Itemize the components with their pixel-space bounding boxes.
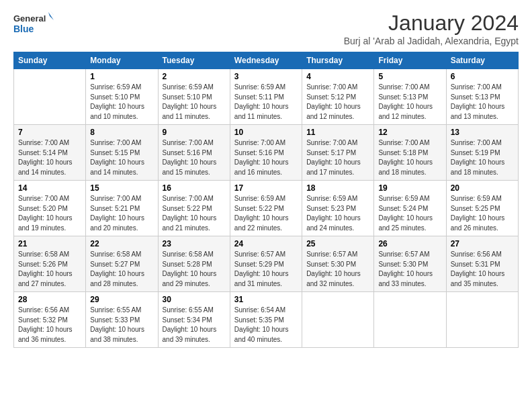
daylight-text: Daylight: 10 hours and 33 minutes.	[378, 270, 433, 287]
daylight-text: Daylight: 10 hours and 20 minutes.	[90, 214, 144, 232]
sunrise-text: Sunrise: 7:00 AM	[18, 139, 69, 146]
sunrise-text: Sunrise: 7:00 AM	[163, 139, 214, 146]
sunset-text: Sunset: 5:33 PM	[90, 316, 140, 324]
calendar-cell: 17 Sunrise: 6:59 AM Sunset: 5:22 PM Dayl…	[230, 181, 302, 236]
calendar-cell: 15 Sunrise: 7:00 AM Sunset: 5:21 PM Dayl…	[86, 181, 158, 236]
sunrise-text: Sunrise: 6:59 AM	[234, 83, 285, 91]
calendar-cell	[446, 292, 518, 348]
daylight-text: Daylight: 10 hours and 36 minutes.	[18, 326, 73, 343]
sunset-text: Sunset: 5:32 PM	[18, 316, 68, 324]
day-number: 21	[18, 239, 81, 248]
calendar-cell: 2 Sunrise: 6:59 AM Sunset: 5:10 PM Dayli…	[158, 69, 230, 125]
sunrise-text: Sunrise: 7:00 AM	[18, 195, 69, 202]
day-info: Sunrise: 7:00 AM Sunset: 5:15 PM Dayligh…	[90, 138, 153, 177]
daylight-text: Daylight: 10 hours and 31 minutes.	[234, 270, 289, 287]
calendar-cell: 14 Sunrise: 7:00 AM Sunset: 5:20 PM Dayl…	[14, 181, 86, 236]
daylight-text: Daylight: 10 hours and 39 minutes.	[163, 326, 217, 343]
sunrise-text: Sunrise: 6:59 AM	[451, 195, 502, 202]
day-number: 26	[378, 239, 441, 248]
day-info: Sunrise: 6:59 AM Sunset: 5:22 PM Dayligh…	[234, 194, 298, 233]
calendar-cell: 26 Sunrise: 6:57 AM Sunset: 5:30 PM Dayl…	[374, 236, 446, 292]
calendar-cell: 12 Sunrise: 7:00 AM Sunset: 5:18 PM Dayl…	[374, 125, 446, 181]
day-number: 5	[378, 72, 441, 81]
day-info: Sunrise: 6:55 AM Sunset: 5:33 PM Dayligh…	[90, 306, 153, 345]
sunset-text: Sunset: 5:13 PM	[378, 93, 428, 101]
calendar-cell: 28 Sunrise: 6:56 AM Sunset: 5:32 PM Dayl…	[14, 292, 86, 348]
day-info: Sunrise: 6:59 AM Sunset: 5:11 PM Dayligh…	[234, 83, 298, 122]
sunset-text: Sunset: 5:10 PM	[163, 93, 212, 101]
day-info: Sunrise: 7:00 AM Sunset: 5:16 PM Dayligh…	[163, 138, 226, 177]
sunset-text: Sunset: 5:29 PM	[234, 261, 284, 268]
weekday-header-tuesday: Tuesday	[158, 52, 230, 69]
calendar-cell: 29 Sunrise: 6:55 AM Sunset: 5:33 PM Dayl…	[86, 292, 158, 348]
daylight-text: Daylight: 10 hours and 25 minutes.	[378, 214, 433, 232]
month-year-title: January 2024	[344, 11, 519, 36]
calendar-cell: 25 Sunrise: 6:57 AM Sunset: 5:30 PM Dayl…	[302, 236, 374, 292]
calendar-cell: 30 Sunrise: 6:55 AM Sunset: 5:34 PM Dayl…	[158, 292, 230, 348]
sunrise-text: Sunrise: 6:55 AM	[163, 306, 214, 314]
daylight-text: Daylight: 10 hours and 10 minutes.	[90, 103, 144, 120]
daylight-text: Daylight: 10 hours and 18 minutes.	[451, 158, 505, 176]
sunset-text: Sunset: 5:21 PM	[90, 205, 140, 212]
sunset-text: Sunset: 5:35 PM	[234, 316, 284, 324]
sunset-text: Sunset: 5:24 PM	[378, 205, 428, 212]
day-number: 15	[90, 183, 153, 193]
sunset-text: Sunset: 5:15 PM	[90, 149, 140, 156]
day-number: 19	[378, 183, 441, 193]
calendar-cell: 11 Sunrise: 7:00 AM Sunset: 5:17 PM Dayl…	[302, 125, 374, 181]
daylight-text: Daylight: 10 hours and 13 minutes.	[451, 103, 505, 120]
day-info: Sunrise: 7:00 AM Sunset: 5:19 PM Dayligh…	[451, 138, 514, 177]
sunset-text: Sunset: 5:14 PM	[18, 149, 68, 156]
day-info: Sunrise: 7:00 AM Sunset: 5:21 PM Dayligh…	[90, 194, 153, 233]
day-number: 27	[451, 239, 514, 248]
day-number: 28	[18, 295, 81, 304]
calendar-cell: 24 Sunrise: 6:57 AM Sunset: 5:29 PM Dayl…	[230, 236, 302, 292]
calendar-cell: 8 Sunrise: 7:00 AM Sunset: 5:15 PM Dayli…	[86, 125, 158, 181]
sunset-text: Sunset: 5:12 PM	[306, 93, 356, 101]
day-number: 11	[306, 128, 369, 137]
sunset-text: Sunset: 5:18 PM	[378, 149, 428, 156]
day-info: Sunrise: 6:57 AM Sunset: 5:29 PM Dayligh…	[234, 250, 298, 289]
sunset-text: Sunset: 5:19 PM	[451, 149, 500, 156]
day-number: 30	[163, 295, 226, 304]
sunrise-text: Sunrise: 7:00 AM	[306, 139, 357, 146]
day-info: Sunrise: 7:00 AM Sunset: 5:12 PM Dayligh…	[306, 83, 369, 122]
calendar-cell: 31 Sunrise: 6:54 AM Sunset: 5:35 PM Dayl…	[230, 292, 302, 348]
day-info: Sunrise: 7:00 AM Sunset: 5:14 PM Dayligh…	[18, 138, 81, 177]
day-number: 1	[90, 72, 153, 81]
sunrise-text: Sunrise: 6:59 AM	[163, 83, 214, 91]
sunset-text: Sunset: 5:28 PM	[163, 261, 212, 268]
day-info: Sunrise: 6:59 AM Sunset: 5:24 PM Dayligh…	[378, 194, 441, 233]
daylight-text: Daylight: 10 hours and 26 minutes.	[451, 214, 505, 232]
daylight-text: Daylight: 10 hours and 38 minutes.	[90, 326, 144, 343]
day-number: 4	[306, 72, 369, 81]
day-number: 18	[306, 183, 369, 193]
day-number: 24	[234, 239, 298, 248]
day-number: 16	[163, 183, 226, 193]
sunrise-text: Sunrise: 6:57 AM	[378, 250, 429, 258]
sunrise-text: Sunrise: 7:00 AM	[378, 83, 429, 91]
daylight-text: Daylight: 10 hours and 29 minutes.	[163, 270, 217, 287]
sunset-text: Sunset: 5:34 PM	[163, 316, 212, 324]
day-info: Sunrise: 7:00 AM Sunset: 5:20 PM Dayligh…	[18, 194, 81, 233]
calendar-cell: 1 Sunrise: 6:59 AM Sunset: 5:10 PM Dayli…	[86, 69, 158, 125]
location-subtitle: Burj al 'Arab al Jadidah, Alexandria, Eg…	[344, 36, 519, 46]
daylight-text: Daylight: 10 hours and 28 minutes.	[90, 270, 144, 287]
sunset-text: Sunset: 5:22 PM	[234, 205, 284, 212]
sunrise-text: Sunrise: 6:58 AM	[90, 250, 141, 258]
day-info: Sunrise: 6:58 AM Sunset: 5:26 PM Dayligh…	[18, 250, 81, 289]
sunrise-text: Sunrise: 6:59 AM	[234, 195, 285, 202]
daylight-text: Daylight: 10 hours and 22 minutes.	[234, 214, 289, 232]
day-info: Sunrise: 7:00 AM Sunset: 5:22 PM Dayligh…	[163, 194, 226, 233]
daylight-text: Daylight: 10 hours and 21 minutes.	[163, 214, 217, 232]
day-info: Sunrise: 6:55 AM Sunset: 5:34 PM Dayligh…	[163, 306, 226, 345]
calendar-cell: 13 Sunrise: 7:00 AM Sunset: 5:19 PM Dayl…	[446, 125, 518, 181]
day-info: Sunrise: 6:58 AM Sunset: 5:28 PM Dayligh…	[163, 250, 226, 289]
sunset-text: Sunset: 5:16 PM	[163, 149, 212, 156]
day-info: Sunrise: 6:54 AM Sunset: 5:35 PM Dayligh…	[234, 306, 298, 345]
day-info: Sunrise: 7:00 AM Sunset: 5:16 PM Dayligh…	[234, 138, 298, 177]
calendar-cell: 5 Sunrise: 7:00 AM Sunset: 5:13 PM Dayli…	[374, 69, 446, 125]
daylight-text: Daylight: 10 hours and 11 minutes.	[163, 103, 217, 120]
day-number: 22	[90, 239, 153, 248]
day-info: Sunrise: 6:59 AM Sunset: 5:23 PM Dayligh…	[306, 194, 369, 233]
